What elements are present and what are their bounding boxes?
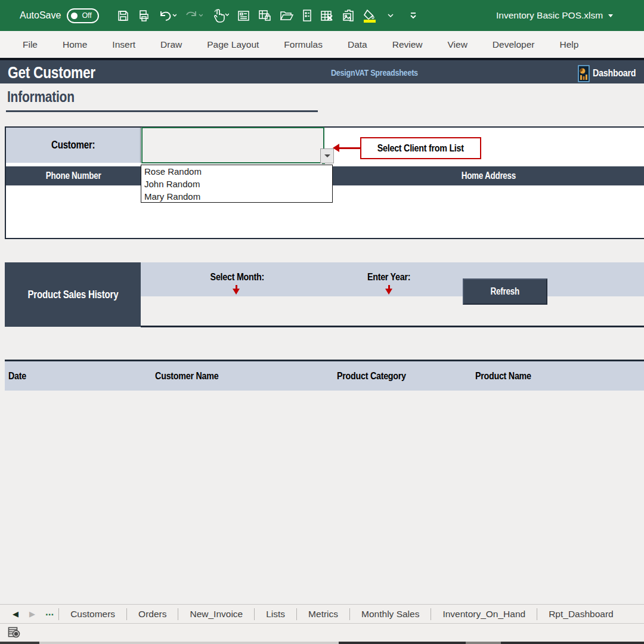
product-sales-history-title: Product Sales History (27, 289, 118, 301)
column-header-product-category: Product Category (337, 370, 406, 382)
results-table-header: Date Customer Name Product Category Prod… (5, 360, 644, 391)
sheet-tab-bar: ◀ ▶ ... Customers Orders New_Invoice Lis… (0, 604, 644, 623)
dropdown-item-rose[interactable]: Rose Random (141, 165, 332, 178)
customer-label-cell: Customer: (6, 128, 141, 163)
customer-dropdown-list: Rose Random John Random Mary Random (141, 165, 333, 203)
bottom-edge-strip (501, 642, 644, 644)
bottom-edge-strip (466, 642, 501, 644)
lock-cell-icon[interactable] (258, 9, 271, 22)
customer-dropdown-button[interactable] (320, 148, 334, 163)
dashboard-label: Dashboard (593, 67, 636, 79)
design-mode-icon[interactable] (302, 9, 312, 22)
fill-color-icon[interactable] (364, 9, 379, 22)
ribbon-tab-bar: File Home Insert Draw Page Layout Formul… (0, 31, 644, 58)
sheet-tab-rpt-dashboard[interactable]: Rpt_Dashboard (537, 605, 625, 623)
dropdown-item-mary[interactable]: Mary Random (141, 190, 332, 203)
sheet-tab-customers[interactable]: Customers (59, 605, 126, 623)
product-sales-history-block: Product Sales History (5, 262, 141, 327)
autosave-control[interactable]: AutoSave Off (20, 0, 99, 31)
sheet-tab-monthly-sales[interactable]: Monthly Sales (350, 605, 431, 623)
sheet-tab-inventory-on-hand[interactable]: Inventory_On_Hand (431, 605, 537, 623)
refresh-button[interactable]: Refresh (463, 278, 547, 305)
annotation-arrowhead-icon (333, 144, 339, 152)
sheet-overflow-ellipsis[interactable]: ... (41, 606, 58, 622)
bottom-edge-strip (339, 642, 466, 644)
sheet-tab-new-invoice[interactable]: New_Invoice (178, 605, 254, 623)
quick-access-toolbar (117, 0, 417, 31)
excel-window: AutoSave Off (0, 0, 644, 644)
fill-color-dropdown-icon[interactable] (388, 14, 394, 18)
title-bar: AutoSave Off (0, 0, 644, 31)
bottom-edge-strip (0, 642, 39, 644)
column-header-product-name: Product Name (475, 370, 531, 382)
home-address-header: Home Address (461, 171, 515, 181)
sheet-header-band: Get Customer DesignVAT Spreadsheets Dash… (0, 58, 644, 83)
section-title-information: Information (7, 88, 75, 106)
column-header-date: Date (8, 370, 26, 382)
filename-text: Inventory Basic POS.xlsm (496, 10, 603, 21)
autosave-toggle[interactable]: Off (67, 8, 99, 23)
toggle-dot-icon (71, 13, 78, 19)
paste-picture-icon[interactable] (342, 9, 355, 22)
ribbon-tab-page-layout[interactable]: Page Layout (194, 31, 271, 58)
refresh-label: Refresh (491, 286, 519, 297)
ribbon-tab-formulas[interactable]: Formulas (271, 31, 335, 58)
undo-icon[interactable] (159, 9, 177, 22)
month-pointer-arrow-icon (233, 289, 240, 295)
fill-color-swatch (364, 20, 376, 23)
sheet-nav-right-icon[interactable]: ▶ (24, 609, 41, 618)
annotation-text: Select Client from List (377, 143, 464, 154)
brand-text: DesignVAT Spreadsheets (331, 67, 418, 78)
ribbon-tab-draw[interactable]: Draw (148, 31, 194, 58)
page-title: Get Customer (8, 64, 95, 82)
save-icon[interactable] (117, 10, 129, 22)
redo-icon (185, 9, 203, 22)
sheet-nav-left-icon[interactable]: ◀ (7, 609, 24, 618)
sheet-tab-lists[interactable]: Lists (255, 605, 296, 623)
ribbon-tab-developer[interactable]: Developer (480, 31, 547, 58)
control-properties-icon[interactable] (237, 10, 250, 22)
macro-record-icon[interactable] (8, 627, 23, 639)
ribbon-tab-file[interactable]: File (10, 31, 50, 58)
document-title[interactable]: Inventory Basic POS.xlsm (496, 0, 613, 31)
enter-year-label: Enter Year: (367, 271, 410, 283)
sheet-tab-orders[interactable]: Orders (127, 605, 178, 623)
dashboard-button[interactable]: Dashboard (578, 63, 644, 84)
ribbon-tab-review[interactable]: Review (380, 31, 435, 58)
bottom-edge-strip (39, 642, 339, 644)
customer-select-cell[interactable] (141, 127, 324, 163)
ribbon-tab-view[interactable]: View (435, 31, 480, 58)
customize-toolbar-icon[interactable] (409, 12, 417, 19)
column-header-customer-name: Customer Name (155, 370, 218, 382)
print-preview-icon[interactable] (138, 10, 150, 22)
ribbon-tab-home[interactable]: Home (50, 31, 100, 58)
annotation-callout: Select Client from List (360, 137, 481, 159)
phone-number-header: Phone Number (46, 171, 101, 181)
autosave-state: Off (82, 11, 91, 20)
dashboard-icon (578, 65, 590, 82)
customer-label: Customer: (51, 139, 95, 151)
ribbon-tab-help[interactable]: Help (547, 31, 592, 58)
select-month-label: Select Month: (210, 271, 264, 283)
dropdown-item-john[interactable]: John Random (141, 178, 332, 190)
dropdown-arrow-icon (324, 154, 330, 157)
year-pointer-arrow-icon (385, 289, 392, 295)
ribbon-tab-data[interactable]: Data (335, 31, 380, 58)
information-underline (6, 110, 318, 112)
sheet-tab-metrics[interactable]: Metrics (297, 605, 349, 623)
status-bar (0, 623, 644, 642)
delete-cells-icon[interactable] (320, 10, 334, 22)
customer-info-panel: Customer: Phone Number Home Address Rose… (5, 126, 644, 239)
annotation-arrow-line (339, 147, 361, 149)
title-dropdown-icon (608, 14, 613, 17)
ribbon-tab-insert[interactable]: Insert (100, 31, 148, 58)
sales-section-bottom-border (141, 326, 644, 327)
autosave-label: AutoSave (20, 10, 61, 21)
touch-mode-icon[interactable] (211, 8, 229, 23)
open-folder-icon[interactable] (280, 10, 294, 21)
